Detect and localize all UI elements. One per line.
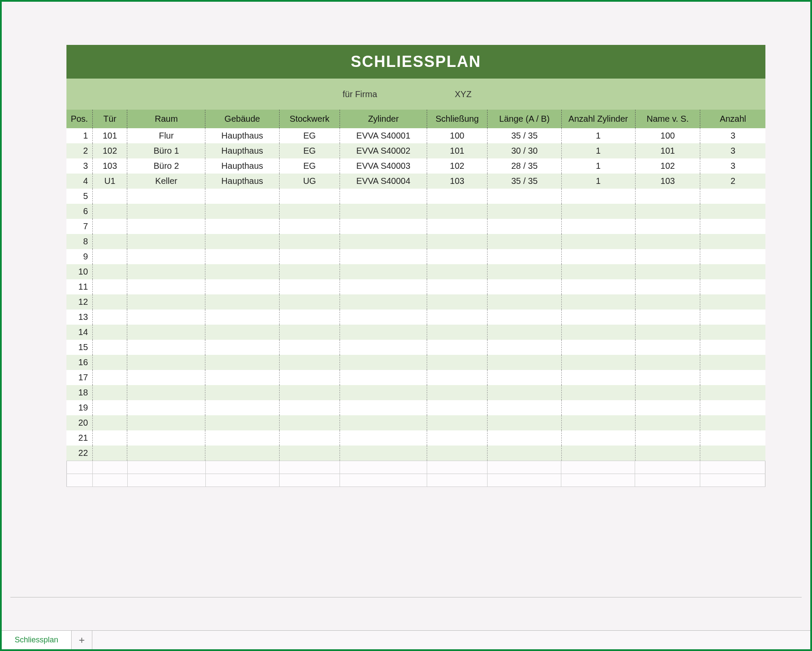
cell-anz[interactable]	[700, 204, 765, 219]
cell-raum[interactable]: Flur	[127, 128, 205, 143]
cell-geb[interactable]: Haupthaus	[205, 174, 279, 189]
cell-laenge[interactable]	[488, 340, 561, 355]
cell-laenge[interactable]	[488, 294, 561, 310]
cell-tuer[interactable]	[92, 264, 127, 279]
cell-anzzyl[interactable]	[561, 204, 635, 219]
cell-anzzyl[interactable]	[561, 189, 635, 204]
cell-stock[interactable]	[279, 415, 340, 430]
cell-zyl[interactable]	[340, 310, 427, 325]
subtitle-value[interactable]: XYZ	[455, 79, 472, 110]
cell-geb[interactable]	[205, 415, 279, 430]
cell-name[interactable]	[635, 370, 700, 385]
cell-tuer[interactable]	[92, 370, 127, 385]
cell-schl[interactable]: 101	[427, 143, 488, 158]
cell-zyl[interactable]: EVVA S40002	[340, 143, 427, 158]
cell-anzzyl[interactable]	[561, 249, 635, 264]
table-row[interactable]: 7	[66, 219, 765, 234]
table-row[interactable]: 19	[66, 400, 765, 415]
cell-schl[interactable]	[427, 430, 488, 446]
cell-geb[interactable]	[205, 234, 279, 249]
cell-tuer[interactable]: U1	[92, 174, 127, 189]
table-row[interactable]: 4U1KellerHaupthausUGEVVA S4000410335 / 3…	[66, 174, 765, 189]
cell-name[interactable]: 100	[635, 128, 700, 143]
cell-anz[interactable]	[700, 310, 765, 325]
cell-geb[interactable]: Haupthaus	[205, 143, 279, 158]
cell-anzzyl[interactable]	[561, 219, 635, 234]
table-row[interactable]: 18	[66, 385, 765, 400]
table-row[interactable]: 1101FlurHaupthausEGEVVA S4000110035 / 35…	[66, 128, 765, 143]
cell-anzzyl[interactable]	[561, 279, 635, 294]
cell-name[interactable]: 102	[635, 158, 700, 174]
cell-geb[interactable]	[205, 189, 279, 204]
cell-schl[interactable]	[427, 189, 488, 204]
cell-anz[interactable]	[700, 385, 765, 400]
cell-name[interactable]	[635, 249, 700, 264]
cell-pos[interactable]: 11	[66, 279, 92, 294]
cell-raum[interactable]	[127, 249, 205, 264]
cell-anzzyl[interactable]	[561, 400, 635, 415]
cell-zyl[interactable]	[340, 415, 427, 430]
cell-anz[interactable]	[700, 415, 765, 430]
cell-name[interactable]	[635, 219, 700, 234]
cell-tuer[interactable]	[92, 204, 127, 219]
cell-zyl[interactable]	[340, 264, 427, 279]
cell-geb[interactable]: Haupthaus	[205, 128, 279, 143]
cell-anzzyl[interactable]	[561, 310, 635, 325]
cell-raum[interactable]: Keller	[127, 174, 205, 189]
cell-stock[interactable]	[279, 446, 340, 461]
cell-anz[interactable]	[700, 294, 765, 310]
cell-stock[interactable]	[279, 370, 340, 385]
cell-raum[interactable]: Büro 1	[127, 143, 205, 158]
cell-schl[interactable]	[427, 325, 488, 340]
cell-name[interactable]	[635, 340, 700, 355]
cell-anz[interactable]	[700, 279, 765, 294]
cell-geb[interactable]	[205, 264, 279, 279]
cell-tuer[interactable]	[92, 234, 127, 249]
cell-tuer[interactable]	[92, 249, 127, 264]
cell-raum[interactable]	[127, 415, 205, 430]
cell-tuer[interactable]	[92, 385, 127, 400]
cell-geb[interactable]	[205, 325, 279, 340]
cell-name[interactable]	[635, 279, 700, 294]
cell-tuer[interactable]: 103	[92, 158, 127, 174]
cell-pos[interactable]: 7	[66, 219, 92, 234]
cell-raum[interactable]: Büro 2	[127, 158, 205, 174]
cell-raum[interactable]	[127, 370, 205, 385]
cell-pos[interactable]: 8	[66, 234, 92, 249]
cell-geb[interactable]	[205, 355, 279, 370]
cell-raum[interactable]	[127, 189, 205, 204]
cell-anz[interactable]	[700, 264, 765, 279]
cell-pos[interactable]: 18	[66, 385, 92, 400]
cell-anzzyl[interactable]	[561, 340, 635, 355]
cell-name[interactable]	[635, 189, 700, 204]
cell-zyl[interactable]	[340, 400, 427, 415]
cell-schl[interactable]	[427, 355, 488, 370]
cell-laenge[interactable]: 35 / 35	[488, 174, 561, 189]
cell-pos[interactable]: 22	[66, 446, 92, 461]
cell-raum[interactable]	[127, 234, 205, 249]
cell-anzzyl[interactable]	[561, 355, 635, 370]
cell-laenge[interactable]	[488, 204, 561, 219]
cell-raum[interactable]	[127, 430, 205, 446]
cell-geb[interactable]	[205, 279, 279, 294]
cell-anzzyl[interactable]	[561, 430, 635, 446]
cell-stock[interactable]	[279, 310, 340, 325]
cell-stock[interactable]: UG	[279, 174, 340, 189]
cell-name[interactable]	[635, 415, 700, 430]
cell-tuer[interactable]	[92, 355, 127, 370]
cell-raum[interactable]	[127, 385, 205, 400]
table-row[interactable]: 3103Büro 2HaupthausEGEVVA S4000310228 / …	[66, 158, 765, 174]
cell-schl[interactable]	[427, 385, 488, 400]
cell-anz[interactable]: 3	[700, 158, 765, 174]
table-row[interactable]: 14	[66, 325, 765, 340]
cell-stock[interactable]	[279, 294, 340, 310]
cell-name[interactable]	[635, 385, 700, 400]
cell-schl[interactable]	[427, 219, 488, 234]
table-row[interactable]: 2102Büro 1HaupthausEGEVVA S4000210130 / …	[66, 143, 765, 158]
cell-schl[interactable]	[427, 415, 488, 430]
cell-stock[interactable]	[279, 279, 340, 294]
cell-zyl[interactable]	[340, 279, 427, 294]
table-row[interactable]: 15	[66, 340, 765, 355]
cell-pos[interactable]: 10	[66, 264, 92, 279]
cell-anzzyl[interactable]	[561, 370, 635, 385]
